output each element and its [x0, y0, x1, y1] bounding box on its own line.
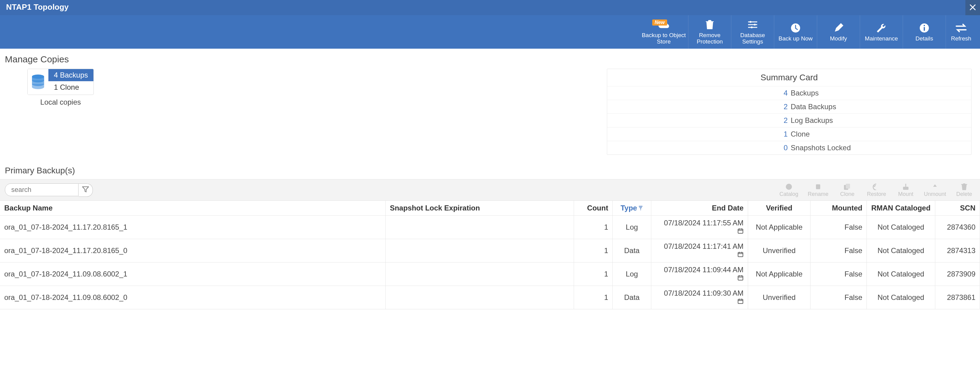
cell-type: Log: [612, 262, 651, 286]
cell-rman: Not Cataloged: [867, 262, 935, 286]
summary-clone-link[interactable]: 1: [607, 130, 791, 138]
unmount-icon: [931, 182, 939, 191]
maintenance-button[interactable]: Maintenance: [860, 15, 903, 49]
summary-snapshots-label: Snapshots Locked: [791, 144, 971, 152]
summary-backups-link[interactable]: 4: [607, 89, 791, 97]
cell-sle: [385, 262, 574, 286]
table-row[interactable]: ora_01_07-18-2024_11.09.08.6002_11Log07/…: [0, 262, 980, 286]
delete-action: Delete: [953, 182, 975, 197]
database-icon: [28, 69, 48, 95]
mount-label: Mount: [898, 191, 913, 197]
backup-to-object-store-button[interactable]: New Backup to Object Store: [640, 15, 688, 49]
modify-button[interactable]: Modify: [817, 15, 860, 49]
clones-count-badge: 1 Clone: [48, 81, 94, 94]
clock-icon: [790, 22, 801, 34]
details-button[interactable]: Details: [903, 15, 946, 49]
summary-log-backups-link[interactable]: 2: [607, 116, 791, 125]
cell-mounted: False: [810, 239, 867, 262]
table-row[interactable]: ora_01_07-18-2024_11.17.20.8165_01Data07…: [0, 239, 980, 262]
svg-rect-6: [924, 25, 925, 26]
title-bar: NTAP1 Topology: [0, 0, 980, 15]
cell-backup-name: ora_01_07-18-2024_11.09.08.6002_1: [0, 262, 385, 286]
col-mounted[interactable]: Mounted: [810, 201, 867, 216]
manage-copies-title: Manage Copies: [5, 54, 980, 65]
summary-log-backups-label: Log Backups: [791, 116, 971, 125]
summary-snapshots-link[interactable]: 0: [607, 144, 791, 152]
summary-row-backups: 4 Backups: [607, 86, 971, 100]
close-icon: [969, 2, 976, 13]
col-count[interactable]: Count: [574, 201, 612, 216]
summary-clone-label: Clone: [791, 130, 971, 138]
remove-protection-button[interactable]: Remove Protection: [688, 15, 731, 49]
svg-rect-9: [816, 184, 820, 189]
svg-point-0: [749, 21, 751, 23]
svg-rect-16: [738, 299, 743, 303]
cell-type: Data: [612, 286, 651, 309]
cell-mounted: False: [810, 216, 867, 239]
summary-card-title: Summary Card: [607, 69, 971, 86]
unmount-label: Unmount: [924, 191, 946, 197]
col-rman[interactable]: RMAN Cataloged: [867, 201, 935, 216]
cell-count: 1: [574, 216, 612, 239]
wrench-icon: [876, 22, 887, 34]
svg-point-1: [754, 24, 756, 25]
summary-row-snapshots-locked: 0 Snapshots Locked: [607, 141, 971, 154]
filter-button[interactable]: [78, 183, 93, 197]
col-snapshot-lock[interactable]: Snapshot Lock Expiration: [385, 201, 574, 216]
modify-label: Modify: [830, 36, 847, 42]
rename-action: Rename: [807, 182, 829, 197]
col-type-label: Type: [620, 204, 637, 212]
maintenance-label: Maintenance: [865, 36, 898, 42]
mount-icon: [902, 182, 910, 191]
close-button[interactable]: [966, 0, 980, 15]
refresh-button[interactable]: Refresh: [946, 15, 976, 49]
restore-label: Restore: [867, 191, 886, 197]
database-settings-label: Database Settings: [731, 32, 774, 45]
col-verified[interactable]: Verified: [748, 201, 810, 216]
cell-rman: Not Cataloged: [867, 286, 935, 309]
summary-row-data-backups: 2 Data Backups: [607, 100, 971, 113]
back-up-now-button[interactable]: Back up Now: [774, 15, 817, 49]
col-end-date[interactable]: End Date: [651, 201, 748, 216]
search-input[interactable]: [5, 183, 78, 196]
back-up-now-label: Back up Now: [778, 36, 813, 42]
database-settings-button[interactable]: Database Settings: [731, 15, 774, 49]
cell-scn: 2873909: [935, 262, 980, 286]
backups-count-badge: 4 Backups: [48, 69, 94, 81]
cell-type: Data: [612, 239, 651, 262]
cell-scn: 2874360: [935, 216, 980, 239]
primary-backups-title: Primary Backup(s): [5, 166, 980, 176]
catalog-label: Catalog: [780, 191, 798, 197]
col-scn[interactable]: SCN: [935, 201, 980, 216]
svg-rect-15: [738, 276, 743, 280]
catalog-action: Catalog: [778, 182, 800, 197]
svg-rect-5: [924, 27, 925, 31]
cell-end-date: 07/18/2024 11:09:30 AM: [651, 286, 748, 309]
svg-rect-13: [738, 229, 743, 233]
cell-sle: [385, 216, 574, 239]
cell-count: 1: [574, 286, 612, 309]
svg-point-2: [751, 27, 752, 28]
mount-action: Mount: [895, 182, 917, 197]
refresh-icon: [955, 22, 967, 34]
cell-backup-name: ora_01_07-18-2024_11.17.20.8165_0: [0, 239, 385, 262]
cell-rman: Not Cataloged: [867, 239, 935, 262]
calendar-icon: [737, 297, 743, 306]
local-copies-card[interactable]: 4 Backups 1 Clone: [27, 69, 94, 95]
delete-icon: [960, 182, 969, 191]
cell-verified: Unverified: [748, 239, 810, 262]
summary-data-backups-link[interactable]: 2: [607, 103, 791, 111]
table-row[interactable]: ora_01_07-18-2024_11.17.20.8165_11Log07/…: [0, 216, 980, 239]
details-label: Details: [915, 36, 933, 42]
rename-icon: [814, 182, 822, 191]
clone-action: Clone: [836, 182, 858, 197]
col-backup-name[interactable]: Backup Name: [0, 201, 385, 216]
table-row[interactable]: ora_01_07-18-2024_11.09.08.6002_01Data07…: [0, 286, 980, 309]
clone-icon: [843, 182, 851, 191]
restore-icon: [872, 182, 881, 191]
col-type[interactable]: Type: [612, 201, 651, 216]
cell-backup-name: ora_01_07-18-2024_11.09.08.6002_0: [0, 286, 385, 309]
local-copies-label: Local copies: [27, 98, 94, 106]
page-title: NTAP1 Topology: [6, 2, 69, 11]
calendar-icon: [737, 274, 743, 282]
